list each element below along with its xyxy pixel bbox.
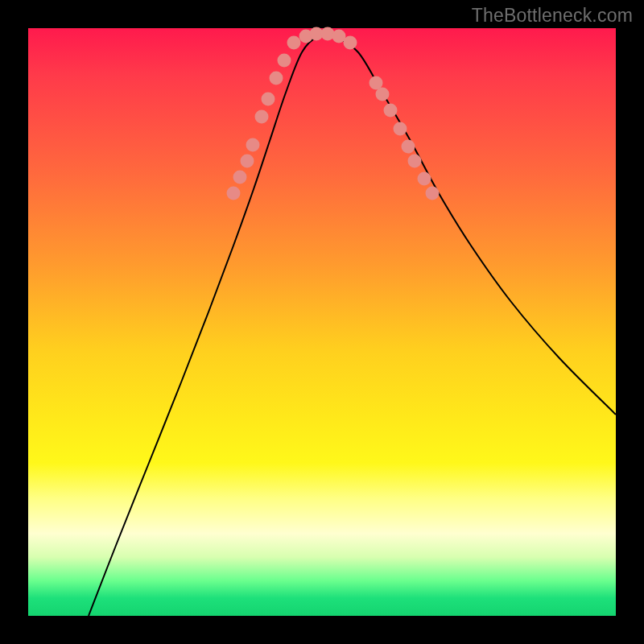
data-marker: [278, 54, 291, 68]
chart-svg: [28, 28, 616, 616]
data-marker: [255, 110, 269, 124]
data-marker: [262, 93, 275, 106]
data-marker: [394, 122, 407, 136]
bottleneck-curve: [89, 35, 616, 617]
data-marker: [227, 187, 241, 200]
curve-line: [89, 35, 616, 617]
chart-frame: TheBottleneck.com: [0, 0, 644, 644]
data-marker: [408, 155, 422, 168]
data-marker: [344, 36, 357, 50]
data-marker: [287, 36, 301, 50]
data-marker: [270, 72, 283, 85]
watermark-text: TheBottleneck.com: [472, 5, 633, 27]
data-marker: [376, 88, 390, 101]
data-marker: [426, 187, 440, 200]
plot-area: [28, 28, 616, 616]
data-marker: [321, 27, 335, 41]
data-marker: [418, 172, 431, 186]
data-marker: [384, 104, 398, 118]
data-marker: [233, 171, 247, 184]
data-marker: [402, 140, 415, 154]
data-marker: [246, 138, 260, 152]
data-marker: [241, 155, 254, 168]
